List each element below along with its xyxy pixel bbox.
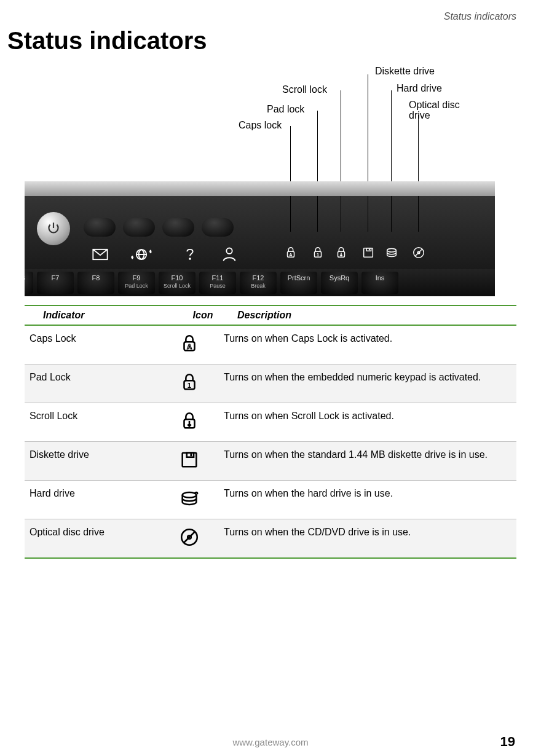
- table-row: Optical disc drive Turns on when the CD/…: [25, 519, 516, 557]
- scrolllock-icon: [159, 411, 220, 434]
- footer-url: www.gateway.com: [0, 737, 541, 747]
- quick-button-3: [162, 218, 194, 237]
- key-f11: F11Pause: [199, 272, 236, 294]
- function-key-row: 6 F7 F8 F9Pad Lock F10Scroll Lock F11Pau…: [25, 269, 495, 296]
- th-indicator: Indicator: [25, 310, 172, 321]
- power-button-icon: [37, 212, 70, 245]
- svg-rect-22: [190, 454, 192, 456]
- key-ins: Ins: [361, 272, 398, 294]
- running-header: Status indicators: [0, 0, 541, 22]
- label-optical-1: Optical disc: [409, 100, 460, 111]
- label-scrolllock: Scroll lock: [282, 84, 327, 95]
- key-f12: F12Break: [240, 272, 277, 294]
- svg-rect-10: [366, 248, 371, 251]
- capslock-led-icon: A: [284, 246, 298, 259]
- row-name: Hard drive: [25, 488, 159, 499]
- key-sysrq: SysRq: [321, 272, 358, 294]
- row-desc: Turns on when the hard drive is in use.: [220, 488, 516, 499]
- row-name: Diskette drive: [25, 449, 159, 460]
- row-desc: Turns on when the embedded numeric keypa…: [220, 372, 516, 383]
- key-f10: F10Scroll Lock: [159, 272, 195, 294]
- leader-scrolllock: [341, 90, 341, 181]
- page-number: 19: [500, 734, 515, 750]
- svg-point-2: [189, 258, 191, 259]
- leader-diskette: [368, 74, 368, 181]
- row-name: Optical disc drive: [25, 527, 159, 538]
- quick-button-2: [123, 218, 155, 237]
- figure-labels: Diskette drive Hard drive Scroll lock Op…: [25, 66, 516, 133]
- key-f9: F9Pad Lock: [118, 272, 155, 294]
- page-title: Status indicators: [7, 27, 541, 55]
- row-desc: Turns on when the CD/DVD drive is in use…: [220, 527, 516, 538]
- harddrive-led-icon: [385, 246, 398, 259]
- svg-point-3: [226, 248, 232, 254]
- figure-leader-lines: [25, 133, 516, 181]
- globe-arrows-icon: [129, 246, 154, 263]
- svg-text:A: A: [289, 252, 293, 258]
- quick-button-1: [84, 218, 116, 237]
- padlock-led-icon: 1: [311, 246, 325, 259]
- leader-optical: [418, 115, 419, 181]
- th-description: Description: [234, 310, 516, 321]
- label-optical-2: drive: [409, 110, 430, 121]
- capslock-icon: A: [159, 333, 220, 356]
- key-6: 6: [25, 272, 33, 294]
- row-desc: Turns on when Scroll Lock is activated.: [220, 411, 516, 422]
- label-capslock: Caps lock: [239, 120, 282, 131]
- row-desc: Turns on when the standard 1.44 MB diske…: [220, 449, 516, 460]
- quick-button-4: [202, 218, 234, 237]
- leader-harddrive: [391, 90, 392, 181]
- key-f7: F7: [37, 272, 74, 294]
- row-desc: Turns on when Caps Lock is activated.: [220, 333, 516, 344]
- key-prtscrn: PrtScrn: [280, 272, 317, 294]
- person-icon: [220, 246, 239, 263]
- svg-point-12: [387, 249, 397, 253]
- harddrive-icon: [159, 488, 220, 511]
- question-icon: [181, 246, 199, 263]
- table-row: Scroll Lock Turns on when Scroll Lock is…: [25, 403, 516, 441]
- leader-capslock: [290, 126, 291, 181]
- th-icon: Icon: [172, 310, 234, 321]
- svg-point-23: [183, 492, 197, 498]
- table-row: Pad Lock 1 Turns on when the embedded nu…: [25, 364, 516, 403]
- label-diskette: Diskette drive: [375, 66, 435, 77]
- row-name: Pad Lock: [25, 372, 159, 383]
- svg-text:A: A: [187, 343, 192, 350]
- label-padlock: Pad lock: [267, 104, 304, 115]
- diskette-led-icon: [361, 246, 375, 259]
- indicator-table: Indicator Icon Description Caps Lock A T…: [25, 305, 516, 559]
- row-name: Scroll Lock: [25, 411, 159, 422]
- padlock-icon: 1: [159, 372, 220, 395]
- leader-padlock: [317, 111, 318, 181]
- svg-rect-11: [369, 249, 370, 251]
- row-name: Caps Lock: [25, 333, 159, 344]
- label-harddrive: Hard drive: [397, 83, 442, 94]
- table-row: Caps Lock A Turns on when Caps Lock is a…: [25, 325, 516, 364]
- keyboard-photo: A 1 6 F7 F8 F9Pad Lock F10Scroll Lock F1…: [25, 181, 495, 296]
- svg-text:1: 1: [317, 252, 319, 258]
- scrolllock-led-icon: [334, 246, 348, 259]
- optical-led-icon: [412, 246, 425, 259]
- table-row: Diskette drive Turns on when the standar…: [25, 441, 516, 480]
- table-row: Hard drive Turns on when the hard drive …: [25, 480, 516, 519]
- svg-text:1: 1: [188, 382, 191, 389]
- diskette-icon: [159, 449, 220, 473]
- mail-icon: [91, 246, 109, 263]
- optical-icon: [159, 527, 220, 550]
- key-f8: F8: [77, 272, 114, 294]
